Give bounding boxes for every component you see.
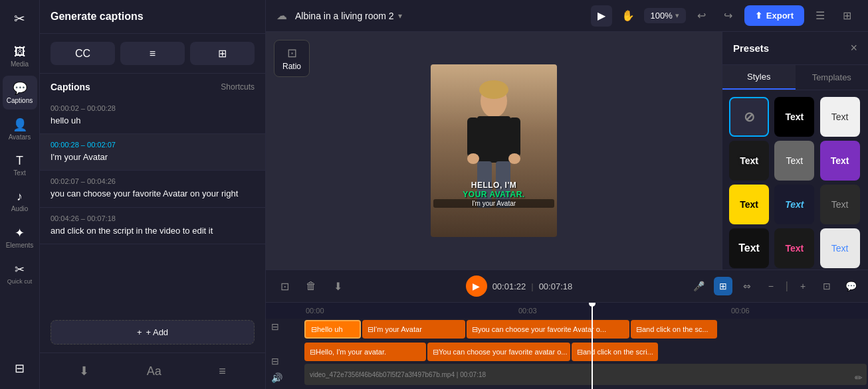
sidebar-item-avatars[interactable]: 👤 Avatars — [3, 112, 37, 146]
timeline-playhead[interactable] — [592, 303, 593, 389]
sidebar-item-label: Captions — [7, 97, 33, 104]
preset-item-gradient-dark[interactable]: Text — [820, 185, 860, 224]
sidebar-item-captions[interactable]: 💬 Captions — [3, 76, 37, 110]
track-icon-2: ⊟ — [271, 356, 281, 366]
subtitle-icon: ≡ — [150, 48, 156, 60]
preset-item-grey[interactable]: Text — [774, 141, 814, 181]
clip-hello-uh[interactable]: ⊟ hello uh — [304, 320, 361, 339]
play-button[interactable]: ▶ — [466, 275, 487, 297]
timeline-area: 00:00 00:03 00:06 ⊟ hello uh ⊟ I'm your … — [266, 303, 868, 389]
align-button[interactable]: ⇔ — [738, 277, 756, 295]
video-preview: HELLO, I'MYOUR AVATAR. I'm your Avatar — [431, 64, 557, 237]
sidebar-item-label: Text — [13, 169, 25, 177]
clip-hello-avatar[interactable]: ⊟ Hello, I'm your avatar. — [304, 343, 426, 361]
mic-button[interactable]: 🎤 — [690, 277, 708, 295]
preset-item-purple[interactable]: Text — [820, 141, 860, 181]
preset-item-black-bold2[interactable]: Text — [729, 228, 769, 268]
list-item[interactable]: 00:04:26 – 00:07:18 and click on the scr… — [40, 208, 265, 244]
caption-time: 00:02:07 – 00:04:26 — [51, 177, 255, 185]
svg-rect-4 — [508, 117, 520, 157]
undo-button[interactable]: ↩ — [691, 5, 712, 27]
text-icon: T — [16, 154, 23, 168]
fullscreen-button[interactable]: ⊡ — [817, 277, 836, 295]
redo-button[interactable]: ↪ — [718, 5, 739, 27]
preset-item-pink[interactable]: Text — [774, 228, 814, 268]
preset-item-bold-black[interactable]: Text — [774, 97, 814, 137]
ratio-button[interactable]: ⊡ Ratio — [274, 40, 310, 77]
clip-icon: ⊟ — [433, 348, 439, 356]
select-tool-button[interactable]: ▶ — [591, 5, 612, 27]
app-logo: ✂ — [9, 8, 31, 29]
list-item[interactable]: 00:00:28 – 00:02:07 I'm your Avatar — [40, 134, 265, 171]
caption-highlight: YOUR AVATAR. — [463, 190, 524, 199]
sidebar-item-label: Audio — [11, 205, 29, 212]
quick-cut-icon: ✂ — [15, 262, 25, 277]
clip-click2[interactable]: ⊟ and click on the scri... — [572, 343, 658, 361]
zoom-out-button[interactable]: − — [762, 277, 780, 295]
preset-item-gradient-blue[interactable]: Text — [774, 185, 814, 224]
sidebar-item-audio[interactable]: ♪ Audio — [3, 185, 37, 218]
svg-rect-3 — [467, 117, 479, 157]
canvas-area: ⊡ Ratio — [266, 32, 722, 270]
format-button[interactable]: ≡ — [215, 360, 230, 382]
sidebar-item-label: Elements — [6, 242, 34, 249]
tab-templates[interactable]: Templates — [796, 65, 869, 90]
sidebar-item-label: Avatars — [9, 133, 31, 141]
caption-time: 00:04:26 – 00:07:18 — [51, 214, 255, 222]
download-button[interactable]: ⬇ — [75, 360, 93, 382]
clip-label: and click on the sc... — [642, 325, 708, 333]
current-time: 00:01:22 — [492, 281, 526, 291]
shortcuts-link[interactable]: Shortcuts — [221, 82, 255, 92]
caption-line1: HELLO, I'MYOUR AVATAR. — [433, 181, 554, 199]
layout-split-button[interactable]: ⊞ — [836, 5, 857, 27]
caption-type-cc[interactable]: CC — [51, 42, 115, 65]
translate-button[interactable]: Aa — [143, 360, 165, 382]
clip-choose[interactable]: ⊟ you can choose your favorite Avatar o.… — [467, 320, 629, 339]
layout-list-button[interactable]: ☰ — [810, 5, 831, 27]
caption-line2: I'm your Avatar — [433, 199, 554, 208]
export-icon: ⬆ — [755, 11, 762, 21]
clip-label: I'm your Avatar — [374, 325, 422, 333]
sidebar-item-elements[interactable]: ✦ Elements — [3, 220, 37, 254]
preset-item-empty[interactable]: ⊘ — [729, 97, 769, 137]
list-item[interactable]: 00:02:07 – 00:04:26 you can choose your … — [40, 171, 265, 207]
comment-button[interactable]: 💬 — [841, 277, 860, 295]
delete-button[interactable]: 🗑 — [300, 275, 322, 297]
sidebar-item-media[interactable]: 🖼 Media — [3, 40, 37, 73]
zoom-in-button[interactable]: + — [794, 277, 812, 295]
video-caption-overlay: HELLO, I'MYOUR AVATAR. I'm your Avatar — [431, 178, 557, 210]
sidebar-item-quick-cut[interactable]: ✂ Quick cut — [3, 257, 37, 290]
hand-tool-button[interactable]: ✋ — [617, 5, 639, 27]
caption-type-ai[interactable]: ⊞ — [190, 42, 255, 65]
trim-button[interactable]: ⊡ — [274, 275, 295, 297]
tab-styles[interactable]: Styles — [722, 65, 796, 90]
close-presets-button[interactable]: × — [850, 41, 857, 55]
clip-avatar[interactable]: ⊟ I'm your Avatar — [362, 320, 465, 339]
ai-assist-button[interactable]: ⊞ — [714, 277, 732, 295]
sidebar-item-text[interactable]: T Text — [3, 149, 37, 182]
caption-type-subtitle[interactable]: ≡ — [120, 42, 185, 65]
download-clip-button[interactable]: ⬇ — [327, 275, 348, 297]
empty-preset-icon: ⊘ — [744, 109, 755, 125]
timeline-mark-0: 00:00 — [306, 307, 324, 315]
clip-choose-avatar[interactable]: ⊟ You can choose your favorite avatar o.… — [427, 343, 570, 361]
preset-item-plain-white[interactable]: Text — [820, 97, 860, 137]
project-name[interactable]: Albina in a living room 2 ▾ — [295, 11, 402, 21]
total-time: 00:07:18 — [539, 281, 573, 291]
list-item[interactable]: 00:00:02 – 00:00:28 hello uh — [40, 98, 265, 134]
export-button[interactable]: ⬆ Export — [744, 5, 804, 26]
svg-point-1 — [479, 80, 508, 99]
caption-text: and click on the script in the video to … — [51, 225, 255, 237]
zoom-control[interactable]: 100% ▾ — [644, 8, 686, 23]
clip-click[interactable]: ⊟ and click on the sc... — [631, 320, 717, 339]
preset-item-yellow-bg[interactable]: Text — [729, 185, 769, 224]
caption-list: 00:00:02 – 00:00:28 hello uh 00:00:28 – … — [40, 98, 265, 312]
preset-item-light-blue[interactable]: Text — [820, 228, 860, 268]
presets-title: Presets — [733, 42, 769, 54]
sidebar-item-subtitles[interactable]: ⊟ — [3, 356, 37, 381]
caption-text: hello uh — [51, 115, 255, 127]
add-caption-button[interactable]: + + Add — [51, 320, 255, 345]
clip-label: and click on the scri... — [583, 348, 653, 356]
cc-icon: CC — [75, 48, 90, 60]
preset-item-outline[interactable]: Text — [729, 141, 769, 181]
